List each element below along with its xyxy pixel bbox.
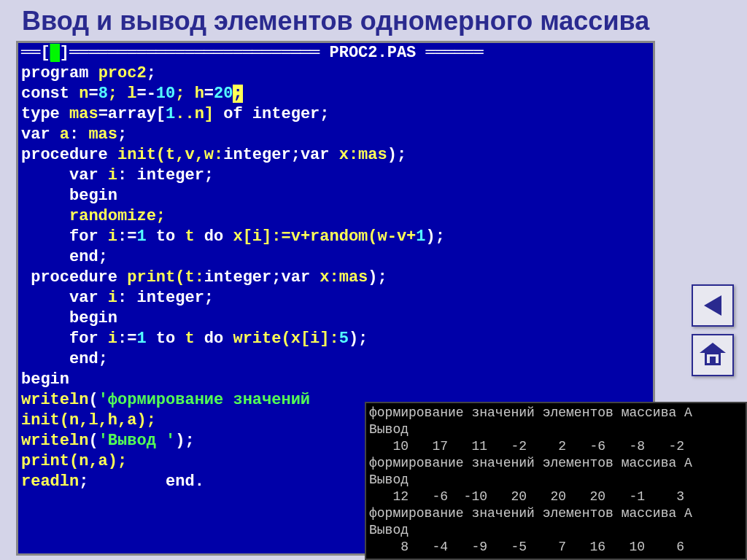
editor-titlebar: ══[█]══════════════════════════ PROC2.PA… [18,43,653,63]
output-line: Вывод [369,472,743,489]
code-line: var a: mas; [18,125,653,145]
code-line: procedure init(t,v,w:integer;var x:mas); [18,145,653,166]
code-line: begin [18,308,653,329]
program-output: формирование значений элементов массива … [365,402,747,560]
code-line: const n=8; l=-10; h=20; [18,84,653,104]
back-arrow-icon [704,295,721,316]
code-line: procedure print(t:integer;var x:mas); [18,268,653,288]
page-title: Ввод и вывод элементов одномерного масси… [0,0,747,39]
code-line: begin [18,186,653,206]
code-line: for i:=1 to t do write(x[i]:5); [18,329,653,349]
output-line: Вывод [369,421,743,438]
code-line: var i: integer; [18,288,653,308]
code-line: program proc2; [18,63,653,84]
output-line: 10 17 11 -2 2 -6 -8 -2 [369,438,743,455]
code-line: begin [18,370,653,390]
back-button[interactable] [692,284,734,327]
output-line: 12 -6 -10 20 20 20 -1 3 [369,489,743,505]
output-line: формирование значений элементов массива … [369,405,743,421]
code-line: end; [18,247,653,268]
code-line: type mas=array[1..n] of integer; [18,104,653,125]
output-line: формирование значений элементов массива … [369,455,743,472]
code-line: end; [18,349,653,370]
code-line: var i: integer; [18,166,653,186]
code-line: randomize; [18,206,653,227]
output-line: 8 -4 -9 -5 7 16 10 6 [369,539,743,556]
code-line: for i:=1 to t do x[i]:=v+random(w-v+1); [18,227,653,247]
home-icon [700,344,725,366]
home-button[interactable] [692,334,734,376]
output-line: формирование значений элементов массива … [369,505,743,522]
output-line: Вывод [369,522,743,539]
